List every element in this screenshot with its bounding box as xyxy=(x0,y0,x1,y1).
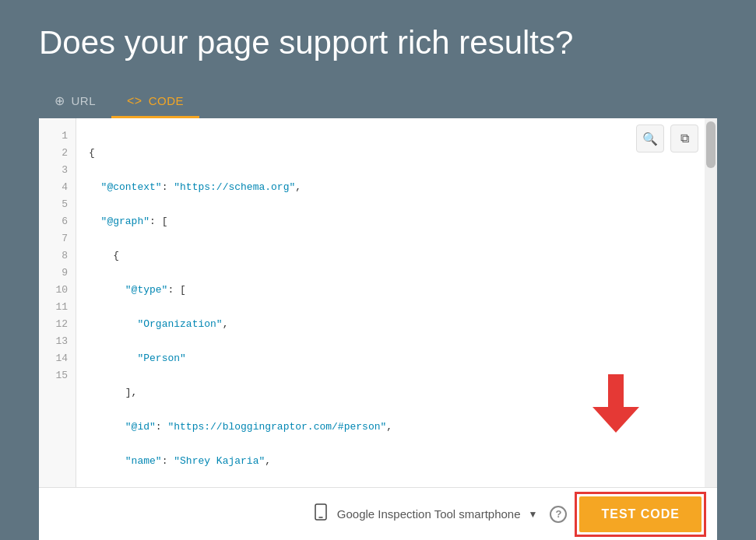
line-num-11: 11 xyxy=(47,299,76,316)
code-line-6: "Organization", xyxy=(89,316,692,333)
code-brackets-icon: <> xyxy=(127,94,142,108)
code-line-5: "@type": [ xyxy=(89,282,692,299)
line-num-2: 2 xyxy=(54,145,76,162)
line-num-12: 12 xyxy=(47,316,76,333)
line-num-7: 7 xyxy=(54,230,76,247)
line-num-3: 3 xyxy=(54,162,76,179)
help-button[interactable]: ? xyxy=(550,506,567,523)
main-container: Does your page support rich results? ⊕ U… xyxy=(0,0,756,540)
device-label: Google Inspection Tool smartphone xyxy=(337,507,521,521)
page-title: Does your page support rich results? xyxy=(39,23,717,62)
svg-rect-0 xyxy=(608,374,624,409)
line-num-14: 14 xyxy=(47,350,76,367)
code-line-4: { xyxy=(89,247,692,265)
line-num-4: 4 xyxy=(54,179,76,196)
dropdown-arrow-icon[interactable]: ▼ xyxy=(529,509,538,520)
tab-url[interactable]: ⊕ URL xyxy=(39,86,111,118)
content-area: 🔍 ⧉ 1 2 3 4 5 6 7 8 9 10 11 xyxy=(39,118,717,540)
search-button[interactable]: 🔍 xyxy=(636,124,664,153)
test-code-btn-wrapper: TEST CODE xyxy=(579,496,701,532)
line-numbers: 1 2 3 4 5 6 7 8 9 10 11 12 13 14 15 xyxy=(39,118,76,487)
scrollbar-thumb[interactable] xyxy=(706,121,716,168)
code-line-2: "@context": "https://schema.org", xyxy=(89,179,692,196)
line-num-1: 1 xyxy=(54,128,76,145)
copy-icon: ⧉ xyxy=(680,131,689,146)
code-line-3: "@graph": [ xyxy=(89,213,692,230)
vertical-scrollbar[interactable] xyxy=(705,118,717,487)
code-editor[interactable]: 🔍 ⧉ 1 2 3 4 5 6 7 8 9 10 11 xyxy=(39,118,717,487)
bottom-bar: Google Inspection Tool smartphone ▼ ? TE… xyxy=(39,487,717,540)
line-num-8: 8 xyxy=(54,247,76,265)
smartphone-icon xyxy=(312,503,329,525)
tab-url-label: URL xyxy=(72,94,97,107)
line-num-15: 15 xyxy=(47,367,76,384)
copy-button[interactable]: ⧉ xyxy=(670,124,698,153)
line-num-9: 9 xyxy=(54,265,76,282)
code-line-10: "name": "Shrey Kajaria", xyxy=(89,453,692,470)
help-icon-label: ? xyxy=(555,508,561,520)
svg-marker-1 xyxy=(592,407,639,433)
line-num-13: 13 xyxy=(47,333,76,350)
globe-icon: ⊕ xyxy=(55,93,65,108)
line-num-5: 5 xyxy=(54,196,76,213)
line-num-6: 6 xyxy=(54,213,76,230)
test-code-button[interactable]: TEST CODE xyxy=(579,496,701,532)
search-icon: 🔍 xyxy=(642,131,658,146)
code-line-7: "Person" xyxy=(89,350,692,367)
editor-toolbar: 🔍 ⧉ xyxy=(636,124,698,153)
tabs-bar: ⊕ URL <> CODE xyxy=(39,86,717,118)
tab-code[interactable]: <> CODE xyxy=(111,86,199,118)
tab-code-label: CODE xyxy=(149,94,184,107)
line-num-10: 10 xyxy=(47,282,76,299)
code-line-1: { xyxy=(89,145,692,162)
device-selector[interactable]: Google Inspection Tool smartphone ▼ xyxy=(312,503,538,525)
red-arrow-indicator xyxy=(592,374,639,433)
